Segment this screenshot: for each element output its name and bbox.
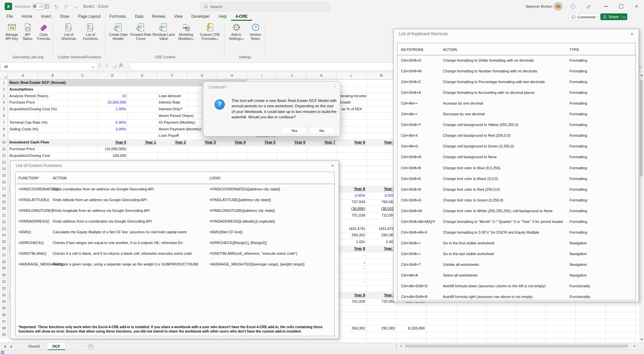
- column-header-I[interactable]: I: [247, 72, 277, 79]
- ribbon-button-manage-api-key[interactable]: Manage API Key: [3, 22, 20, 41]
- ribbon-tab-help[interactable]: Help: [214, 13, 231, 21]
- cell-A2[interactable]: Assumptions: [8, 86, 35, 93]
- prev-sheet-icon[interactable]: [4, 345, 6, 348]
- ribbon-tab-4-cre[interactable]: 4-CRE: [231, 13, 252, 21]
- cell-D5[interactable]: 1.00%: [98, 106, 128, 113]
- cell-M25[interactable]: 1.66x: [366, 239, 396, 245]
- cell-D12[interactable]: 100,000: [98, 153, 128, 159]
- cell-M29[interactable]: -: [366, 265, 396, 272]
- cell-L18[interactable]: 3.00%: [337, 192, 366, 199]
- comments-button[interactable]: Comments: [569, 13, 598, 21]
- row-header-16[interactable]: 16: [0, 179, 8, 186]
- custom-functions-panel[interactable]: List of Custom Functions × FUNCTION* ACT…: [10, 161, 339, 339]
- ribbon-button-list-of-functions[interactable]: List of Functions: [80, 22, 101, 41]
- no-button[interactable]: No: [309, 127, 335, 134]
- cell-L19[interactable]: 737,924: [337, 199, 366, 205]
- cell-A3[interactable]: Analysis Period (Years): [8, 93, 50, 100]
- cell-L21[interactable]: 701,028: [337, 212, 366, 219]
- ribbon-tab-review[interactable]: Review: [148, 13, 169, 21]
- autosave-toggle[interactable]: Off: [32, 4, 45, 10]
- share-dropdown-icon[interactable]: [622, 15, 626, 18]
- cell-L28[interactable]: -: [337, 259, 366, 266]
- vertical-scrollbar[interactable]: [639, 72, 644, 342]
- row-header-9[interactable]: 9: [0, 132, 8, 139]
- cell-L26[interactable]: Year 8: [337, 245, 366, 252]
- cell-M23[interactable]: (431,676): [366, 226, 396, 232]
- confirm-entry-icon[interactable]: [113, 64, 117, 70]
- cell-D4[interactable]: 10,000,000: [98, 99, 128, 106]
- cell-M24[interactable]: 290,383: [366, 232, 396, 239]
- row-header-17[interactable]: 17: [0, 186, 8, 192]
- horizontal-scrollbar[interactable]: [395, 344, 637, 348]
- row-header-6[interactable]: 6: [0, 113, 8, 119]
- share-button[interactable]: Share: [600, 13, 627, 20]
- cell-L38[interactable]: 269,352: [337, 325, 366, 332]
- scroll-right-icon[interactable]: [634, 345, 636, 347]
- row-header-23[interactable]: 23: [0, 226, 8, 232]
- cell-L17[interactable]: Year 8: [337, 186, 366, 192]
- row-header-38[interactable]: 38: [0, 325, 8, 332]
- row-header-19[interactable]: 19: [0, 199, 8, 205]
- row-header-15[interactable]: 15: [0, 172, 8, 179]
- ribbon-tab-draw[interactable]: Draw: [55, 13, 73, 21]
- sheet-tab-dcf[interactable]: DCF: [48, 343, 65, 350]
- cell-L34[interactable]: 701,028: [337, 298, 366, 305]
- cell-K10[interactable]: Year 7: [307, 139, 337, 146]
- cell-L10[interactable]: Year 8: [337, 139, 366, 146]
- cell-A11[interactable]: Purchase Price: [8, 146, 36, 153]
- ribbon-button-create-date-header[interactable]: Create Date Header: [107, 22, 130, 41]
- close-icon[interactable]: ×: [333, 84, 336, 89]
- cell-M21[interactable]: 722,059: [366, 212, 396, 219]
- cancel-entry-icon[interactable]: ×: [105, 63, 108, 68]
- save-icon[interactable]: [44, 4, 50, 9]
- column-header-F[interactable]: F: [157, 72, 187, 79]
- ribbon-button-forward-rate-curve[interactable]: Forward Rate Curve: [130, 22, 152, 41]
- column-header-C[interactable]: C: [68, 72, 98, 79]
- cell-M38[interactable]: 290,383: [366, 325, 396, 332]
- cell-N38[interactable]: 8,326,890: [396, 325, 426, 332]
- cell-F3[interactable]: Loan Amount: [157, 93, 182, 100]
- cell-L24[interactable]: 269,352: [337, 232, 366, 239]
- cell-M34[interactable]: 722,059: [366, 298, 396, 305]
- cell-F8[interactable]: Amort Payment (Monthly): [157, 126, 203, 133]
- select-all-corner[interactable]: [0, 72, 8, 79]
- row-header-26[interactable]: 26: [0, 245, 8, 252]
- cell-D7[interactable]: 6.00%: [98, 119, 128, 126]
- qat-customize-icon[interactable]: [75, 5, 78, 8]
- sheet-tab-sheet1[interactable]: Sheet1: [23, 343, 45, 350]
- cell-I10[interactable]: Year 5: [247, 139, 277, 146]
- cell-F4[interactable]: Interest Rate: [157, 99, 182, 106]
- row-header-11[interactable]: 11: [0, 146, 8, 153]
- avatar[interactable]: SB: [554, 2, 562, 11]
- column-header-G[interactable]: G: [187, 72, 217, 79]
- cell-L27[interactable]: -: [337, 252, 366, 259]
- row-header-10[interactable]: 10: [0, 139, 8, 146]
- cell-L25[interactable]: 1.62x: [337, 239, 366, 245]
- cell-M18[interactable]: 3.00%: [366, 192, 396, 199]
- cell-A1[interactable]: Basic Real Estate DCF (Annual): [8, 79, 67, 86]
- cell-F5[interactable]: Interest-Only?: [157, 106, 184, 113]
- column-header-L[interactable]: L: [337, 72, 366, 79]
- cell-A8[interactable]: Selling Costs (%): [8, 126, 40, 133]
- cell-L29[interactable]: -: [337, 265, 366, 272]
- cell-M10[interactable]: Year 9: [366, 139, 396, 146]
- row-header-1[interactable]: 1: [0, 79, 8, 86]
- name-box[interactable]: J8: [1, 62, 97, 70]
- cell-M26[interactable]: Year 9: [366, 245, 396, 252]
- ribbon-button-list-of-shortcuts[interactable]: List of Shortcuts: [58, 22, 80, 41]
- row-header-33[interactable]: 33: [0, 292, 8, 299]
- insert-function-icon[interactable]: fx: [119, 63, 123, 68]
- cell-M33[interactable]: Year 9: [366, 292, 396, 299]
- v-scroll-thumb[interactable]: [640, 79, 643, 177]
- ribbon-button-clear-formula[interactable]: Clear Formula: [35, 22, 52, 41]
- ribbon-tab-page-layout[interactable]: Page Layout: [73, 13, 105, 21]
- row-header-5[interactable]: 5: [0, 106, 8, 113]
- cell-D11[interactable]: (10,000,000): [98, 146, 128, 153]
- row-header-13[interactable]: 13: [0, 159, 8, 166]
- search-box[interactable]: Search: [200, 2, 330, 11]
- ribbon-tab-data[interactable]: Data: [131, 13, 148, 21]
- scroll-up-icon[interactable]: [640, 74, 643, 76]
- row-header-31[interactable]: 31: [0, 279, 8, 285]
- column-header-M[interactable]: M: [366, 72, 396, 79]
- row-header-20[interactable]: 20: [0, 205, 8, 212]
